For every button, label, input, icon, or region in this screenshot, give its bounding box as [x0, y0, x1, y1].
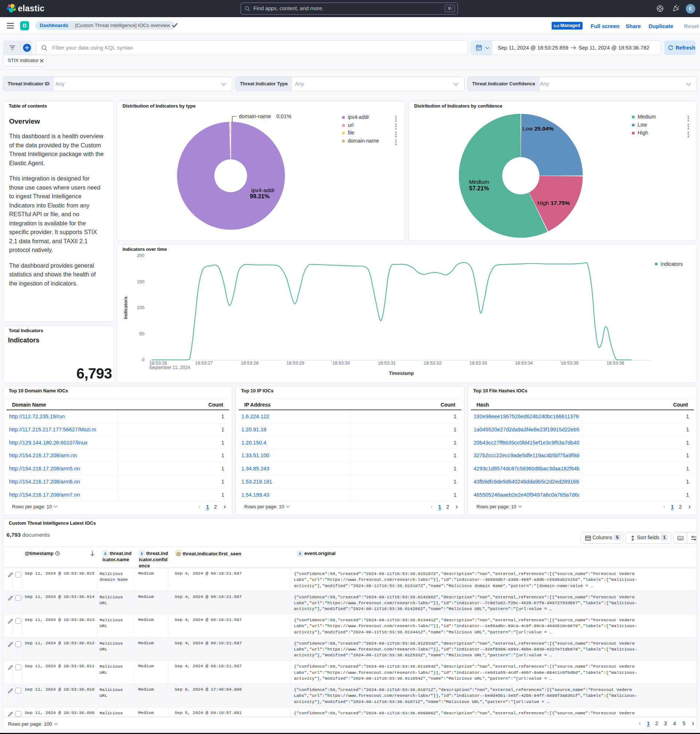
svg-text:Indicators: Indicators	[123, 296, 128, 319]
svg-text:57.21%: 57.21%	[469, 185, 489, 191]
svg-text:domain-name: domain-name	[239, 113, 271, 119]
svg-text:18:53:35: 18:53:35	[561, 360, 579, 366]
svg-text:50: 50	[139, 331, 144, 337]
svg-text:18:53:32: 18:53:32	[424, 360, 441, 366]
svg-text:18:53:34: 18:53:34	[515, 360, 533, 366]
svg-text:0.01%: 0.01%	[276, 113, 291, 119]
svg-text:18:53:36: 18:53:36	[607, 360, 625, 366]
svg-text:Low 25.04%: Low 25.04%	[522, 125, 554, 132]
svg-text:150: 150	[137, 279, 144, 284]
svg-text:18:53:33: 18:53:33	[469, 360, 487, 366]
svg-text:18:53:30: 18:53:30	[332, 360, 350, 366]
svg-text:99.31%: 99.31%	[250, 193, 269, 200]
svg-text:Indicators: Indicators	[660, 261, 683, 267]
svg-text:100: 100	[137, 305, 144, 310]
svg-text:0: 0	[142, 357, 144, 362]
svg-text:September 11, 2024: September 11, 2024	[149, 365, 190, 370]
svg-text:200: 200	[137, 253, 144, 258]
svg-text:Timestamp: Timestamp	[389, 371, 414, 376]
svg-text:18:53:29: 18:53:29	[287, 360, 304, 366]
svg-text:High 17.75%: High 17.75%	[537, 200, 570, 206]
svg-text:18:53:27: 18:53:27	[195, 360, 213, 366]
svg-text:18:53:31: 18:53:31	[378, 360, 396, 366]
svg-text:18:53:28: 18:53:28	[241, 360, 259, 366]
svg-text:Medium: Medium	[469, 179, 489, 185]
svg-text:ipv4-addr: ipv4-addr	[251, 187, 275, 193]
